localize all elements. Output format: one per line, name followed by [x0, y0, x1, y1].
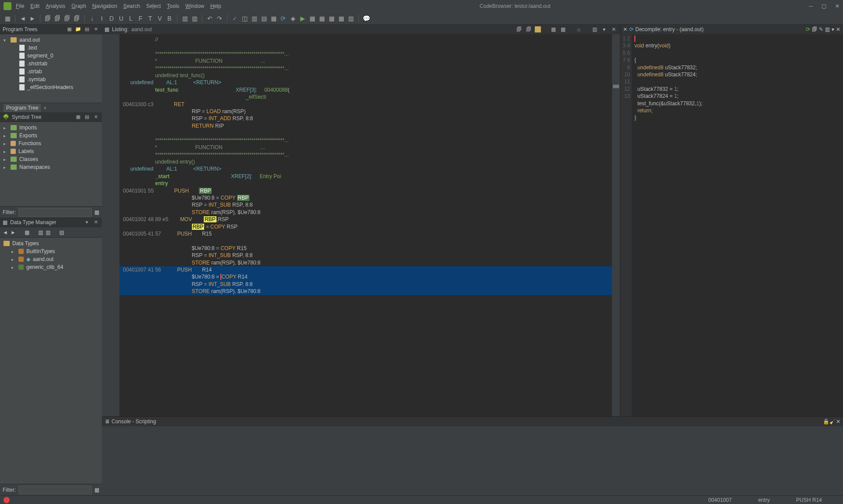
menu-navigation[interactable]: Navigation — [92, 3, 117, 9]
tree-item-strtab[interactable]: .strtab — [4, 68, 98, 75]
menu-analysis[interactable]: Analysis — [46, 3, 65, 9]
listing-paste-icon[interactable]: 🗐 — [525, 26, 532, 33]
maximize-button[interactable]: ▢ — [821, 3, 826, 9]
listing-dropdown-icon[interactable]: ▾ — [601, 26, 608, 33]
d-icon[interactable]: D — [108, 14, 115, 22]
close-button[interactable]: ✕ — [835, 3, 839, 9]
dtm-filter-input[interactable] — [18, 486, 92, 494]
paste2-icon[interactable]: 🗐 — [63, 14, 71, 22]
paste-icon[interactable]: 🗐 — [54, 14, 61, 22]
menu-search[interactable]: Search — [123, 3, 140, 9]
listing-code[interactable]: // *************************************… — [119, 34, 612, 416]
grid1-icon[interactable]: ▦ — [308, 14, 316, 22]
dc-edit-icon[interactable]: ✎ — [819, 26, 823, 32]
f-icon[interactable]: F — [137, 14, 144, 22]
menu-window[interactable]: Window — [185, 3, 204, 9]
dtm-close-icon[interactable]: ✕ — [92, 219, 99, 226]
dtm-clib[interactable]: ▸generic_clib_64 — [4, 263, 98, 271]
pt-icon-2[interactable]: 📁 — [75, 26, 82, 33]
book2-icon[interactable]: ▥ — [191, 14, 198, 22]
listing-copy-icon[interactable]: 🗐 — [515, 26, 522, 33]
console-body[interactable] — [102, 426, 843, 495]
tree-item-text[interactable]: .text — [4, 44, 98, 52]
st-namespaces[interactable]: ▸Namespaces — [4, 163, 98, 171]
decompile-code[interactable]: void entry(void) { undefined8 uStack7783… — [632, 34, 843, 416]
tree-root[interactable]: ▾aand.out — [4, 36, 98, 44]
listing-close-icon[interactable]: ✕ — [610, 26, 617, 33]
v-icon[interactable]: V — [156, 14, 164, 22]
folder-icon[interactable]: ▦ — [270, 14, 277, 22]
dtm-t1-icon[interactable]: ▦ — [25, 229, 29, 236]
st-classes[interactable]: ▸Classes — [4, 155, 98, 163]
pt-icon-1[interactable]: ▦ — [66, 26, 73, 33]
menu-graph[interactable]: Graph — [72, 3, 86, 9]
dc-reload-icon[interactable]: ⟳ — [806, 26, 810, 32]
graph1-icon[interactable]: ▥ — [250, 14, 258, 22]
dc-copy-icon[interactable]: 🗐 — [812, 26, 817, 32]
dc-close-icon[interactable]: ✕ — [836, 26, 840, 32]
listing-hl-icon[interactable] — [535, 26, 541, 32]
st-labels[interactable]: ▸Labels — [4, 147, 98, 155]
console-lock-icon[interactable]: 🔒 — [823, 418, 829, 425]
grid2-icon[interactable]: ▦ — [318, 14, 326, 22]
stats-icon[interactable]: ▥ — [347, 14, 355, 22]
dtm-t3-icon[interactable]: ▥ — [46, 229, 50, 236]
graph2-icon[interactable]: ▤ — [260, 14, 268, 22]
listing-grid2-icon[interactable]: ▦ — [559, 26, 566, 33]
pt-icon-3[interactable]: ▤ — [83, 26, 90, 33]
t-icon[interactable]: T — [146, 14, 154, 22]
st-filter-icon[interactable]: ▦ — [94, 209, 99, 215]
disk-icon[interactable]: ◫ — [241, 14, 249, 22]
dc-export-icon[interactable]: ▥ — [825, 26, 830, 32]
st-functions[interactable]: ▸Functions — [4, 139, 98, 147]
tree-item-elfsh[interactable]: _elfSectionHeaders — [4, 83, 98, 91]
listing-scrollbar[interactable] — [612, 34, 620, 416]
decompile-x-icon[interactable]: ✕ — [623, 26, 627, 32]
program-tree-tab-close-icon[interactable]: × — [43, 105, 46, 111]
redo-icon[interactable]: ↷ — [216, 14, 223, 22]
dtm-dropdown-icon[interactable]: ▾ — [83, 219, 90, 226]
dtm-fwd-icon[interactable]: ► — [11, 229, 16, 236]
menu-edit[interactable]: Edit — [30, 3, 40, 9]
st-filter-input[interactable] — [18, 208, 92, 217]
minimize-button[interactable]: ─ — [809, 3, 813, 9]
st-exports[interactable]: ▸Exports — [4, 132, 98, 139]
comment-icon[interactable]: 💬 — [362, 14, 370, 22]
program-tree-tab[interactable]: Program Tree — [4, 104, 41, 112]
tree-item-shstrtab[interactable]: .shstrtab — [4, 60, 98, 68]
dtm-t4-icon[interactable]: ▤ — [59, 229, 64, 236]
i-icon[interactable]: I — [98, 14, 106, 22]
menu-help[interactable]: Help — [210, 3, 221, 9]
book-icon[interactable]: ▥ — [181, 14, 189, 22]
paste3-icon[interactable]: 🗐 — [73, 14, 81, 22]
b-icon[interactable]: B — [166, 14, 173, 22]
console-clear-icon[interactable]: 🧹 — [829, 418, 836, 425]
save-icon[interactable]: ▦ — [4, 14, 11, 22]
dtm-aand[interactable]: ▸◆aand.out — [4, 255, 98, 263]
dtm-back-icon[interactable]: ◄ — [3, 229, 8, 236]
u-icon[interactable]: U — [117, 14, 125, 22]
check-icon[interactable]: ✓ — [231, 14, 239, 22]
dc-dropdown-icon[interactable]: ▾ — [832, 26, 834, 32]
l-icon[interactable]: L — [127, 14, 135, 22]
menu-file[interactable]: File — [16, 3, 24, 9]
forward-icon[interactable]: ► — [29, 14, 36, 22]
dtm-builtin[interactable]: ▸BuiltInTypes — [4, 247, 98, 255]
menu-select[interactable]: Select — [146, 3, 161, 9]
pt-close-icon[interactable]: ✕ — [92, 26, 99, 33]
graph3-icon[interactable]: ◈ — [289, 14, 297, 22]
copy-icon[interactable]: 🗐 — [44, 14, 52, 22]
run-icon[interactable]: ▶ — [299, 14, 306, 22]
menu-tools[interactable]: Tools — [167, 3, 179, 9]
st-icon-2[interactable]: ▤ — [83, 114, 90, 121]
listing-grid1-icon[interactable]: ▦ — [550, 26, 557, 33]
undo-icon[interactable]: ↶ — [206, 14, 214, 22]
listing-book-icon[interactable]: ▥ — [591, 26, 598, 33]
refresh-icon[interactable]: ⟳ — [279, 14, 287, 22]
dtm-root[interactable]: Data Types — [4, 239, 98, 247]
dtm-filter-icon[interactable]: ▦ — [94, 487, 99, 493]
back-icon[interactable]: ◄ — [19, 14, 27, 22]
st-close-icon[interactable]: ✕ — [92, 114, 99, 121]
dtm-t2-icon[interactable]: ▥ — [38, 229, 43, 236]
tree-item-segment0[interactable]: segment_0 — [4, 52, 98, 60]
